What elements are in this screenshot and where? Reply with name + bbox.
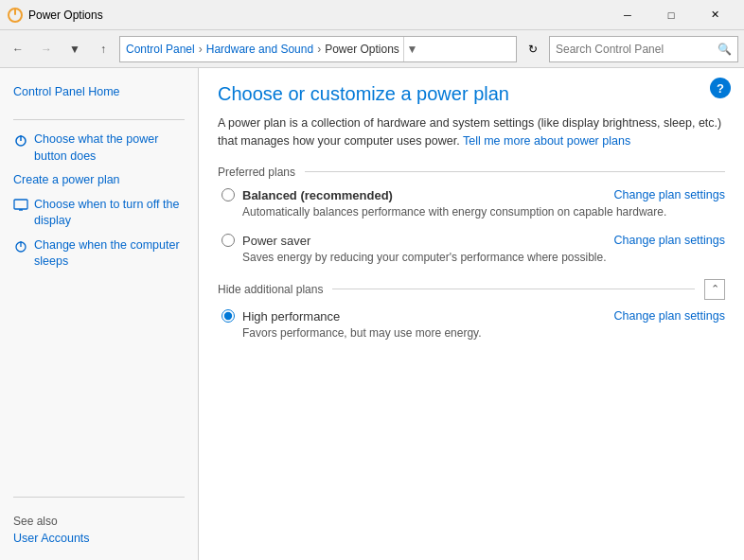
display-icon (13, 198, 28, 213)
addressbar: ← → ▼ ↑ Control Panel › Hardware and Sou… (0, 30, 744, 68)
back-button[interactable]: ← (6, 37, 30, 61)
sidebar-item-sleep[interactable]: Change when the computer sleeps (0, 234, 198, 274)
plan-high-perf-change[interactable]: Change plan settings (614, 309, 725, 323)
see-also-section: See also User Accounts (0, 505, 198, 549)
plan-balanced-change[interactable]: Change plan settings (614, 188, 725, 201)
search-input[interactable] (556, 43, 717, 56)
content-description: A power plan is a collection of hardware… (218, 114, 725, 150)
breadcrumb: Control Panel › Hardware and Sound › Pow… (119, 36, 517, 62)
learn-more-link[interactable]: Tell me more about power plans (463, 134, 630, 148)
up-button[interactable]: ↑ (91, 37, 115, 61)
app-icon (8, 8, 23, 23)
breadcrumb-current: Power Options (325, 43, 399, 56)
hide-plans-line (332, 289, 695, 289)
plan-item-high-performance: High performance Change plan settings Fa… (218, 309, 725, 340)
plan-item-balanced: Balanced (recommended) Change plan setti… (218, 188, 725, 219)
recent-pages-button[interactable]: ▼ (62, 37, 87, 61)
search-box: 🔍 (549, 36, 738, 62)
plan-power-saver-desc: Saves energy by reducing your computer's… (242, 251, 725, 264)
create-plan-label: Create a power plan (13, 172, 120, 189)
breadcrumb-hardware-sound[interactable]: Hardware and Sound (206, 43, 313, 56)
plan-high-perf-name: High performance (242, 309, 340, 324)
refresh-button[interactable]: ↻ (521, 37, 545, 61)
hide-plans-header: Hide additional plans ⌃ (218, 279, 725, 300)
sidebar: Control Panel Home Choose what the power… (0, 68, 199, 560)
plan-balanced-radio[interactable] (221, 188, 235, 201)
sleep-icon (13, 238, 28, 254)
plan-balanced-desc: Automatically balances performance with … (242, 205, 725, 219)
content-title: Choose or customize a power plan (218, 83, 725, 105)
close-button[interactable]: ✕ (693, 0, 736, 30)
maximize-button[interactable]: □ (649, 0, 693, 30)
svg-rect-4 (14, 200, 27, 209)
sidebar-home-link[interactable]: Control Panel Home (0, 79, 198, 104)
search-icon: 🔍 (717, 43, 732, 56)
plan-high-perf-desc: Favors performance, but may use more ene… (242, 326, 725, 340)
sidebar-item-create-plan[interactable]: Create a power plan (0, 168, 198, 193)
plan-power-saver-radio[interactable] (221, 234, 235, 247)
titlebar: Power Options ─ □ ✕ (0, 0, 744, 30)
plan-balanced-label[interactable]: Balanced (recommended) (221, 188, 393, 202)
turn-off-display-label: Choose when to turn off the display (34, 197, 185, 230)
sidebar-divider (13, 119, 185, 120)
sidebar-item-turn-off-display[interactable]: Choose when to turn off the display (0, 193, 198, 234)
plan-power-saver-name: Power saver (242, 234, 310, 248)
plan-high-perf-radio[interactable] (221, 309, 235, 323)
plan-high-perf-label[interactable]: High performance (221, 309, 340, 324)
see-also-user-accounts[interactable]: User Accounts (13, 532, 185, 545)
hide-plans-chevron[interactable]: ⌃ (704, 279, 725, 300)
sleep-label: Change when the computer sleeps (34, 237, 185, 271)
power-button-label: Choose what the power button does (34, 131, 185, 165)
see-also-title: See also (13, 515, 185, 528)
window-title: Power Options (28, 9, 606, 22)
preferred-plans-line (305, 171, 725, 172)
plan-power-saver-label[interactable]: Power saver (221, 234, 310, 248)
help-button[interactable]: ? (710, 78, 731, 98)
window-controls: ─ □ ✕ (606, 0, 736, 30)
content-area: ? Choose or customize a power plan A pow… (199, 68, 744, 560)
plan-power-saver-change[interactable]: Change plan settings (614, 234, 725, 247)
see-also-divider (13, 497, 185, 498)
main-container: Control Panel Home Choose what the power… (0, 68, 744, 560)
preferred-plans-label: Preferred plans (218, 166, 295, 179)
plan-item-power-saver: Power saver Change plan settings Saves e… (218, 234, 725, 264)
preferred-plans-header: Preferred plans (218, 166, 725, 179)
hide-plans-label: Hide additional plans (218, 283, 323, 296)
breadcrumb-control-panel[interactable]: Control Panel (126, 43, 195, 56)
forward-button[interactable]: → (34, 37, 59, 61)
breadcrumb-dropdown[interactable]: ▼ (403, 37, 420, 61)
sidebar-item-power-button[interactable]: Choose what the power button does (0, 128, 198, 168)
plan-balanced-name: Balanced (recommended) (242, 188, 393, 202)
minimize-button[interactable]: ─ (606, 0, 649, 30)
power-button-icon (13, 132, 28, 148)
